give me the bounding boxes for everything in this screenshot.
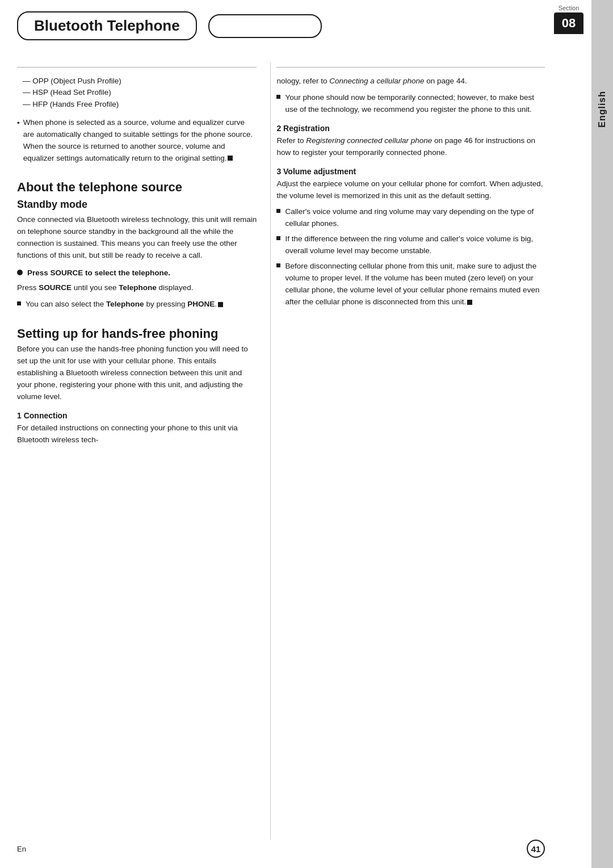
square-bullet-icon (17, 301, 21, 305)
volume-bullet-2: If the difference between the ring volum… (276, 233, 545, 257)
section-area: Section 08 (546, 0, 591, 34)
volume-heading: 3 Volume adjustment (276, 167, 545, 176)
registration-text: Refer to Registering connected cellular … (276, 135, 545, 159)
telephone-bold-2: Telephone (106, 300, 144, 308)
sidebar-english-label: English (597, 91, 607, 128)
standby-heading: Standby mode (17, 199, 257, 211)
page-title: Bluetooth Telephone (34, 17, 180, 34)
left-column: — OPP (Object Push Profile) — HSP (Head … (17, 62, 270, 840)
setting-up-text: Before you can use the hands-free phonin… (17, 343, 257, 403)
filled-circle-icon (17, 270, 23, 275)
dash-item-1: — OPP (Object Push Profile) (17, 76, 257, 87)
volume-bullet-2-text: If the difference between the ring volum… (285, 233, 545, 257)
bullet-dot: • (17, 118, 20, 165)
inline-square-icon (228, 156, 233, 161)
temp-connected-text: Your phone should now be temporarily con… (285, 92, 545, 116)
header-area: Bluetooth Telephone (17, 11, 545, 40)
right-column: nology, refer to Connecting a cellular p… (270, 62, 545, 840)
square-bullet-icon-2 (276, 95, 280, 99)
press-source-text2: You can also select the Telephone by pre… (26, 299, 223, 311)
connection-text: For detailed instructions on connecting … (17, 422, 257, 446)
volume-bullet-1: Caller's voice volume and ring volume ma… (276, 206, 545, 230)
dash-item-2: — HSP (Head Set Profile) (17, 87, 257, 98)
source-bold: SOURCE (39, 283, 72, 292)
inline-square-icon-3 (467, 300, 472, 305)
about-heading: About the telephone source (17, 180, 257, 195)
connection-continued: nology, refer to Connecting a cellular p… (276, 76, 545, 87)
press-source-item: Press SOURCE to select the telephone. (17, 267, 257, 279)
setting-up-heading: Setting up for hands-free phoning (17, 326, 257, 341)
volume-text: Adjust the earpiece volume on your cellu… (276, 178, 545, 202)
section-label: Section (546, 5, 591, 11)
connecting-italic: Connecting a cellular phone (329, 77, 424, 85)
square-bullet-icon-5 (276, 263, 280, 267)
press-source-detail-1: Press SOURCE until you see Telephone dis… (17, 282, 257, 294)
footer-lang: En (17, 845, 26, 853)
press-source-detail-2: You can also select the Telephone by pre… (17, 299, 257, 311)
volume-bullet-3-text: Before disconnecting cellular phone from… (285, 261, 545, 308)
footer-area: En 41 (17, 840, 545, 858)
square-bullet-icon-3 (276, 209, 280, 213)
temp-connected-item: Your phone should now be temporarily con… (276, 92, 545, 116)
volume-bullet-3: Before disconnecting cellular phone from… (276, 261, 545, 308)
page-container: English Section 08 Bluetooth Telephone —… (0, 0, 613, 868)
content-area: — OPP (Object Push Profile) — HSP (Head … (17, 62, 545, 840)
bullet-paragraph-text: When phone is selected as a source, volu… (23, 117, 257, 165)
registration-heading: 2 Registration (276, 124, 545, 133)
section-badge: 08 (554, 12, 583, 34)
dash-list: — OPP (Object Push Profile) — HSP (Head … (17, 76, 257, 110)
press-source-heading: Press SOURCE to select the telephone. (27, 267, 170, 279)
standby-text: Once connected via Bluetooth wireless te… (17, 214, 257, 262)
telephone-bold: Telephone (119, 283, 157, 292)
footer-page-number: 41 (527, 840, 545, 858)
connection-heading: 1 Connection (17, 411, 257, 420)
inline-square-icon-2 (218, 302, 223, 307)
phone-bold: PHONE (187, 300, 215, 308)
footer-page: 41 (527, 840, 545, 858)
sidebar-english: English (591, 0, 613, 868)
volume-bullet-1-text: Caller's voice volume and ring volume ma… (285, 206, 545, 230)
registering-italic: Registering connected cellular phone (306, 136, 432, 145)
title-box: Bluetooth Telephone (17, 11, 197, 40)
dash-item-3: — HFP (Hands Free Profile) (17, 99, 257, 110)
square-bullet-icon-4 (276, 236, 280, 240)
bullet-paragraph-item: • When phone is selected as a source, vo… (17, 117, 257, 165)
header-oval (208, 14, 322, 38)
